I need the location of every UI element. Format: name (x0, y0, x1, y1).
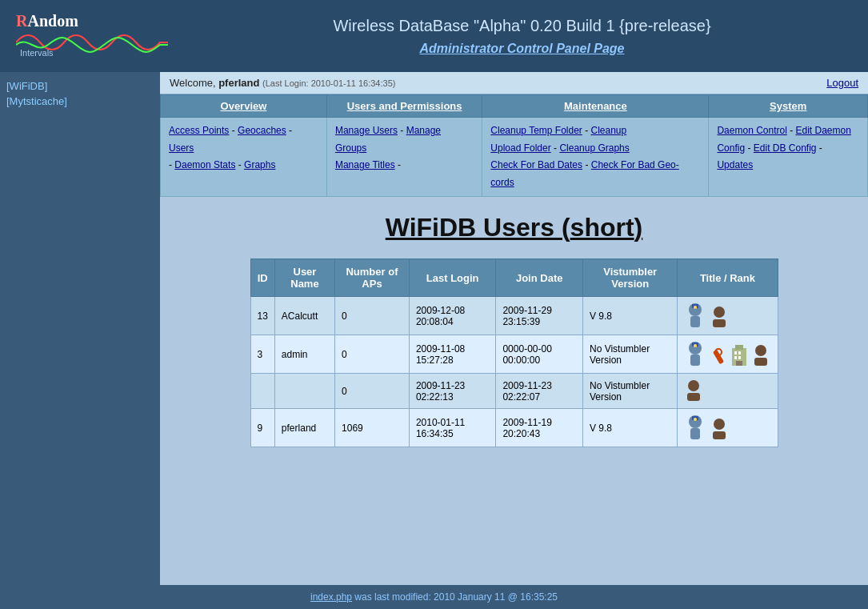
svg-rect-23 (754, 358, 767, 366)
svg-rect-16 (735, 345, 743, 350)
svg-point-29 (694, 418, 697, 421)
svg-rect-17 (734, 351, 737, 355)
content-area: Welcome, pferland (Last Login: 2010-01-1… (160, 72, 868, 585)
svg-point-11 (694, 344, 697, 347)
app-subtitle: Administrator Control Panel Page (192, 42, 852, 56)
svg-point-4 (694, 306, 697, 309)
nav-col-system: System (709, 95, 868, 118)
footer-link[interactable]: index.php (310, 591, 352, 603)
footer: index.php was last modified: 2010 Januar… (0, 585, 868, 609)
cell-username: admin (274, 335, 334, 374)
cell-join-date: 2009-11-29 23:15:39 (496, 297, 583, 335)
police-icon (684, 302, 706, 327)
nav-link-daemon-stats[interactable]: Daemon Stats (174, 159, 235, 170)
cell-id (250, 374, 274, 409)
page-heading: WiFiDB Users (short) (184, 213, 844, 242)
nav-link-users[interactable]: Users (169, 142, 194, 154)
sidebar: [WiFiDB] [Mytsticache] (0, 72, 160, 585)
svg-rect-18 (738, 351, 741, 355)
police-icon (684, 414, 706, 439)
table-row: 9 pferland 1069 2010-01-11 16:34:35 2009… (250, 409, 778, 447)
app-title: Wireless DataBase "Alpha" 0.20 Build 1 {… (192, 17, 852, 35)
welcome-text: Welcome, pferland (Last Login: 2010-01-1… (170, 77, 395, 89)
svg-rect-27 (690, 428, 700, 439)
svg-rect-32 (713, 431, 726, 439)
cell-id: 3 (250, 335, 274, 374)
nav-col-maintenance: Maintenance (482, 95, 709, 118)
svg-rect-21 (736, 361, 742, 366)
svg-rect-9 (690, 355, 700, 366)
col-join-date: Join Date (496, 259, 583, 297)
cell-id: 9 (250, 409, 274, 447)
cell-vis-version: No Vistumbler Version (582, 374, 677, 409)
police-icon (684, 340, 706, 366)
welcome-bar: Welcome, pferland (Last Login: 2010-01-1… (160, 72, 868, 94)
cell-num-aps: 0 (335, 335, 410, 374)
col-vis-version: Vistumbler Version (582, 259, 677, 297)
nav-link-check-bad-dates[interactable]: Check For Bad Dates (490, 159, 582, 170)
svg-rect-19 (734, 356, 737, 359)
footer-text: was last modified: 2010 January 11 @ 16:… (352, 591, 558, 603)
sidebar-item-mytsticache[interactable]: [Mytsticache] (6, 95, 154, 107)
cell-username (274, 374, 334, 409)
nav-link-cleanup-temp[interactable]: Cleanup Temp Folder (490, 125, 582, 136)
users-tbody: 13 ACalcutt 0 2009-12-08 20:08:04 2009-1… (250, 297, 778, 447)
svg-point-22 (755, 345, 766, 356)
cell-icons (678, 297, 778, 335)
cell-vis-version: V 9.8 (582, 297, 677, 335)
cell-last-login: 2010-01-11 16:34:35 (409, 409, 496, 447)
cell-num-aps: 0 (335, 297, 410, 335)
svg-point-24 (688, 380, 699, 391)
nav-table: Overview Users and Permissions Maintenan… (160, 94, 868, 197)
cell-id: 13 (250, 297, 274, 335)
nav-system-cell: Daemon Control - Edit DaemonConfig - Edi… (709, 118, 868, 197)
nav-link-daemon-control[interactable]: Daemon Control (717, 125, 786, 136)
nav-link-cleanup-graphs[interactable]: Cleanup Graphs (559, 142, 629, 154)
nav-link-geocaches[interactable]: Geocaches (238, 125, 286, 136)
nav-link-cleanup[interactable]: Cleanup (591, 125, 627, 136)
svg-rect-20 (738, 356, 741, 359)
col-num-aps: Number of APs (335, 259, 410, 297)
cell-last-login: 2009-12-08 20:08:04 (409, 297, 496, 335)
svg-rect-7 (713, 319, 726, 327)
nav-col-users: Users and Permissions (326, 95, 482, 118)
cell-last-login: 2009-11-08 15:27:28 (409, 335, 496, 374)
users-table: ID User Name Number of APs Last Login Jo… (250, 258, 778, 447)
user-icon (751, 343, 770, 366)
app-header: RAndom Intervals Wireless DataBase "Alph… (0, 0, 868, 72)
header-title-area: Wireless DataBase "Alpha" 0.20 Build 1 {… (192, 17, 852, 56)
nav-maintenance-cell: Cleanup Temp Folder - Cleanup Upload Fol… (482, 118, 709, 197)
nav-link-manage-titles[interactable]: Manage Titles (335, 159, 395, 170)
svg-text:Intervals: Intervals (20, 48, 54, 57)
nav-link-updates[interactable]: Updates (717, 159, 753, 170)
nav-link-graphs[interactable]: Graphs (244, 159, 275, 170)
nav-link-edit-db-config[interactable]: Edit DB Config (754, 142, 817, 154)
cell-num-aps: 0 (335, 374, 410, 409)
cell-last-login: 2009-11-23 02:22:13 (409, 374, 496, 409)
cell-icons (678, 409, 778, 447)
nav-link-access-points[interactable]: Access Points (169, 125, 229, 136)
svg-rect-25 (687, 393, 700, 401)
user-icon (684, 379, 703, 401)
main-layout: [WiFiDB] [Mytsticache] Welcome, pferland… (0, 72, 868, 585)
logo-wave: Intervals (16, 29, 168, 57)
user-icon (710, 305, 729, 327)
col-id: ID (250, 259, 274, 297)
welcome-username: pferland (218, 77, 259, 89)
nav-link-upload-folder[interactable]: Upload Folder (490, 142, 550, 154)
sidebar-item-wifidb[interactable]: [WiFiDB] (6, 80, 154, 92)
cell-icons (678, 374, 778, 409)
cell-username: ACalcutt (274, 297, 334, 335)
logout-link[interactable]: Logout (826, 77, 858, 89)
nav-users-cell: Manage Users - Manage Groups Manage Titl… (326, 118, 482, 197)
cell-join-date: 0000-00-00 00:00:00 (496, 335, 583, 374)
heading-underlined: short (570, 213, 634, 242)
col-last-login: Last Login (409, 259, 496, 297)
col-title-rank: Title / Rank (678, 259, 778, 297)
page-body: WiFiDB Users (short) ID User Name Number… (160, 197, 868, 463)
wrench-icon (710, 348, 727, 366)
user-icon (710, 417, 729, 439)
cell-num-aps: 1069 (335, 409, 410, 447)
nav-link-manage-users[interactable]: Manage Users (335, 125, 398, 136)
svg-point-6 (714, 307, 725, 318)
